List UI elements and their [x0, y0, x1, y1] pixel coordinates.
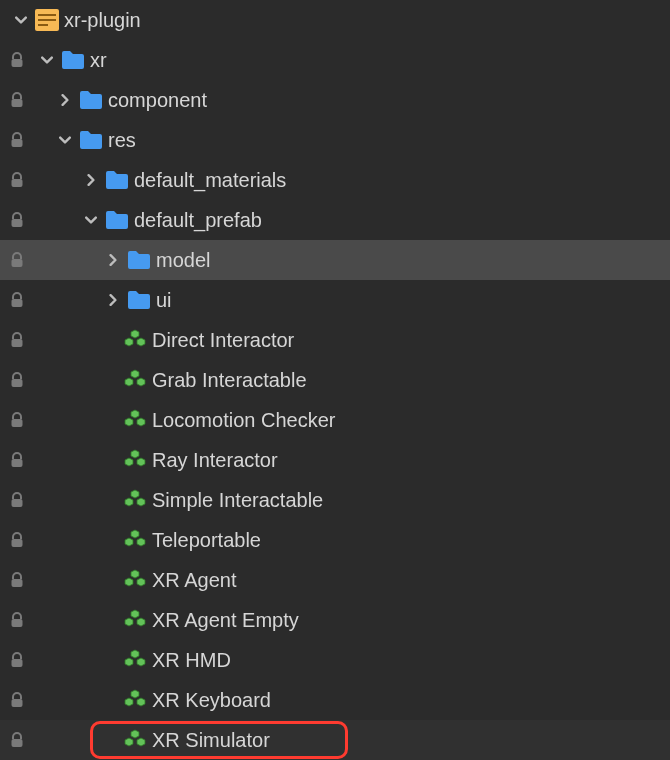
lock-icon — [8, 211, 26, 229]
svg-rect-9 — [12, 259, 23, 267]
svg-marker-52 — [131, 730, 139, 738]
svg-marker-28 — [131, 490, 139, 498]
prefab-icon — [122, 368, 148, 392]
folder-icon — [60, 49, 86, 71]
tree-item-label: default_materials — [134, 169, 286, 192]
svg-marker-45 — [125, 658, 133, 666]
lock-icon — [8, 291, 26, 309]
svg-rect-15 — [12, 379, 23, 387]
prefab-icon — [122, 328, 148, 352]
svg-marker-25 — [125, 458, 133, 466]
svg-rect-8 — [12, 219, 23, 227]
folder-icon — [78, 89, 104, 111]
svg-marker-16 — [131, 370, 139, 378]
lock-icon — [8, 131, 26, 149]
tree-item-prefab[interactable]: XR Agent Empty — [0, 600, 670, 640]
tree-item-ui[interactable]: ui — [0, 280, 670, 320]
tree-item-prefab[interactable]: Simple Interactable — [0, 480, 670, 520]
lock-icon — [8, 531, 26, 549]
svg-marker-48 — [131, 690, 139, 698]
tree-item-label: Ray Interactor — [152, 449, 278, 472]
lock-icon — [8, 491, 26, 509]
chevron-right-icon[interactable] — [56, 91, 74, 109]
svg-marker-34 — [137, 538, 145, 546]
svg-rect-27 — [12, 499, 23, 507]
lock-icon — [8, 171, 26, 189]
chevron-right-icon[interactable] — [104, 291, 122, 309]
tree-item-prefab[interactable]: Direct Interactor — [0, 320, 670, 360]
svg-marker-44 — [131, 650, 139, 658]
tree-item-label: XR Agent Empty — [152, 609, 299, 632]
tree-item-component[interactable]: component — [0, 80, 670, 120]
lock-icon — [8, 571, 26, 589]
svg-rect-31 — [12, 539, 23, 547]
lock-icon — [8, 731, 26, 749]
chevron-right-icon[interactable] — [82, 171, 100, 189]
svg-marker-40 — [131, 610, 139, 618]
prefab-icon — [122, 688, 148, 712]
chevron-down-icon[interactable] — [38, 51, 56, 69]
prefab-icon — [122, 728, 148, 752]
tree-item-label: Locomotion Checker — [152, 409, 335, 432]
tree-item-label: Teleportable — [152, 529, 261, 552]
tree-item-prefab[interactable]: XR HMD — [0, 640, 670, 680]
tree-item-xr[interactable]: xr — [0, 40, 670, 80]
tree-item-res[interactable]: res — [0, 120, 670, 160]
lock-icon — [8, 371, 26, 389]
svg-rect-5 — [12, 99, 23, 107]
prefab-icon — [122, 568, 148, 592]
svg-rect-2 — [38, 19, 56, 21]
svg-rect-51 — [12, 739, 23, 747]
svg-rect-23 — [12, 459, 23, 467]
lock-icon — [8, 691, 26, 709]
tree-item-prefab[interactable]: Teleportable — [0, 520, 670, 560]
svg-marker-32 — [131, 530, 139, 538]
svg-marker-33 — [125, 538, 133, 546]
lock-icon — [8, 51, 26, 69]
prefab-icon — [122, 648, 148, 672]
chevron-right-icon[interactable] — [104, 251, 122, 269]
tree-item-label: XR Keyboard — [152, 689, 271, 712]
chevron-down-icon[interactable] — [82, 211, 100, 229]
tree-item-prefab[interactable]: Grab Interactable — [0, 360, 670, 400]
svg-marker-18 — [137, 378, 145, 386]
tree-item-label: xr-plugin — [64, 9, 141, 32]
folder-icon — [104, 169, 130, 191]
tree-item-prefab[interactable]: XR Keyboard — [0, 680, 670, 720]
prefab-icon — [122, 408, 148, 432]
svg-marker-54 — [137, 738, 145, 746]
lock-icon — [8, 251, 26, 269]
tree-item-label: default_prefab — [134, 209, 262, 232]
plugin-icon — [34, 8, 60, 32]
svg-marker-22 — [137, 418, 145, 426]
tree-item-xr-simulator[interactable]: XR Simulator — [0, 720, 670, 760]
chevron-down-icon[interactable] — [56, 131, 74, 149]
tree-item-label: ui — [156, 289, 172, 312]
tree-item-default-materials[interactable]: default_materials — [0, 160, 670, 200]
svg-marker-12 — [131, 330, 139, 338]
tree-item-label: xr — [90, 49, 107, 72]
tree-item-label: Simple Interactable — [152, 489, 323, 512]
svg-marker-26 — [137, 458, 145, 466]
tree-item-model[interactable]: model — [0, 240, 670, 280]
svg-marker-20 — [131, 410, 139, 418]
svg-rect-43 — [12, 659, 23, 667]
svg-rect-3 — [38, 24, 48, 26]
svg-marker-30 — [137, 498, 145, 506]
svg-marker-41 — [125, 618, 133, 626]
tree-item-label: XR HMD — [152, 649, 231, 672]
svg-rect-11 — [12, 339, 23, 347]
tree-item-label: res — [108, 129, 136, 152]
svg-rect-47 — [12, 699, 23, 707]
tree-item-prefab[interactable]: Locomotion Checker — [0, 400, 670, 440]
svg-marker-46 — [137, 658, 145, 666]
tree-item-prefab[interactable]: Ray Interactor — [0, 440, 670, 480]
tree-item-prefab[interactable]: XR Agent — [0, 560, 670, 600]
svg-marker-53 — [125, 738, 133, 746]
chevron-down-icon[interactable] — [12, 11, 30, 29]
tree-item-xr-plugin[interactable]: xr-plugin — [0, 0, 670, 40]
svg-rect-4 — [12, 59, 23, 67]
lock-icon — [8, 651, 26, 669]
tree-item-default-prefab[interactable]: default_prefab — [0, 200, 670, 240]
svg-marker-42 — [137, 618, 145, 626]
